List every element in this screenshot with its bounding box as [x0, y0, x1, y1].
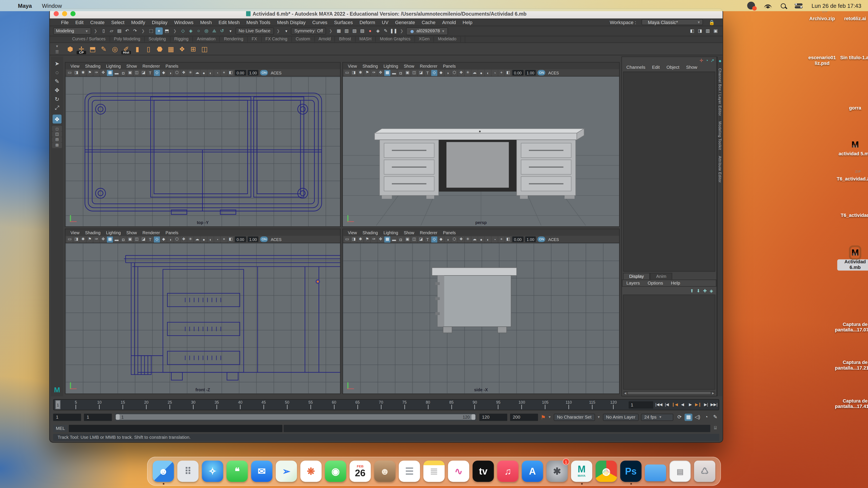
gate-mask-icon[interactable]: ▣ — [404, 70, 410, 76]
shelf-tab[interactable]: Sculpting — [145, 36, 170, 42]
ambient-occlusion-icon[interactable]: ● — [478, 70, 484, 76]
bounding-box-icon[interactable]: ⬡ — [452, 70, 458, 76]
viewport-menu-item[interactable]: Panels — [163, 230, 181, 235]
toggle-attribute-editor-icon[interactable]: ◧ — [688, 27, 696, 35]
desktop-icon-captura-3[interactable]: Captura de pantalla...17.41.58 — [837, 397, 868, 410]
film-gate-icon[interactable]: ▬ — [114, 70, 120, 76]
scale-tool-icon[interactable]: ⤢ — [53, 103, 61, 112]
shelf-tab[interactable]: XGen — [415, 36, 434, 42]
anti-aliasing-icon[interactable]: ◔ — [214, 236, 220, 242]
resolution-gate-icon[interactable]: ◘ — [120, 70, 126, 76]
desktop-icon-gorra-folder[interactable]: gorra — [837, 104, 868, 111]
gamma-field[interactable]: 1.00 — [248, 236, 259, 242]
use-all-lights-icon[interactable]: ✳ — [187, 236, 193, 242]
move-tool-icon[interactable]: ✥ — [53, 86, 61, 94]
set-key-icon[interactable]: ⚑ — [541, 414, 546, 420]
paint-select-tool-icon[interactable]: ✎ — [53, 76, 61, 86]
lock-camera-icon[interactable]: ◨ — [351, 70, 357, 76]
maya-menu-item[interactable]: Help — [459, 19, 476, 25]
safe-action-icon[interactable]: ◪ — [418, 236, 424, 242]
maya-menu-item[interactable]: Arnold — [439, 19, 459, 25]
dock-mail[interactable]: ✉ — [251, 460, 273, 482]
step-back-key-button[interactable]: ❙◀ — [672, 401, 678, 409]
play-forwards-button[interactable]: ▶ — [687, 401, 694, 409]
workspace-dropdown[interactable]: Maya Classic*▼ — [642, 19, 703, 25]
shelf-tab[interactable]: Bifrost — [335, 36, 355, 42]
maya-menu-item[interactable]: Mesh Display — [274, 19, 309, 25]
viewport-top[interactable]: ViewShadingLightingShowRendererPanels ▭◨… — [65, 62, 341, 227]
shelf-gear-icon[interactable]: ☰ — [55, 50, 59, 54]
shelf-tab[interactable]: Custom — [292, 36, 315, 42]
color-management-toggle[interactable]: ON — [537, 236, 545, 242]
viewport-front[interactable]: ViewShadingLightingShowRendererPanels ▭◨… — [65, 229, 341, 394]
wireframe-icon[interactable]: ◇ — [154, 236, 160, 242]
xray-icon[interactable]: ◧ — [505, 70, 511, 76]
safe-action-icon[interactable]: ◪ — [418, 70, 424, 76]
shelf-center-pivot-icon[interactable]: ✛CP — [76, 44, 86, 54]
viewport-menu-item[interactable]: Shading — [82, 230, 103, 235]
color-management-toggle[interactable]: ON — [260, 236, 268, 242]
range-slider[interactable]: 1120 — [115, 413, 476, 421]
use-all-lights-icon[interactable]: ✳ — [465, 70, 471, 76]
pan-zoom-icon[interactable]: ✥ — [378, 236, 384, 242]
maya-menu-item[interactable]: Modify — [128, 19, 148, 25]
viewport-menu-item[interactable]: Renderer — [140, 230, 163, 235]
dock-contacts[interactable]: ☻ — [374, 460, 396, 482]
dock-maps[interactable]: ➢ — [275, 460, 298, 482]
viewport-menu-item[interactable]: Show — [401, 230, 417, 235]
image-plane-icon[interactable]: ✑ — [93, 70, 99, 76]
close-window-button[interactable] — [54, 11, 59, 16]
graph-icon[interactable]: ↗ — [710, 58, 714, 63]
color-management-toggle[interactable]: ON — [537, 70, 545, 75]
layer-new-from-selected-icon[interactable]: ◈ — [710, 288, 713, 293]
shadows-icon[interactable]: ☁ — [471, 236, 477, 242]
viewport-menu-item[interactable]: Shading — [360, 230, 381, 235]
grid-icon[interactable]: ▦ — [384, 70, 391, 76]
layout-single-pane-icon[interactable]: □ — [52, 126, 62, 131]
ipr-render-icon[interactable]: ▧ — [351, 27, 358, 35]
layer-menu-item[interactable]: Options — [644, 281, 667, 286]
dock-freeform[interactable]: ∿ — [447, 460, 470, 482]
camera-attributes-icon[interactable]: ✱ — [358, 236, 364, 242]
animation-end-field[interactable]: 200 — [510, 413, 538, 421]
safe-action-icon[interactable]: ◪ — [141, 236, 147, 242]
shelf-tab[interactable]: Arnold — [315, 36, 335, 42]
shelf-tab[interactable]: Animation — [193, 36, 220, 42]
dock-finder[interactable]: ☻ — [152, 460, 175, 482]
pause-viewport-icon[interactable]: ❚❚ — [390, 27, 397, 35]
maya-menu-item[interactable]: Cache — [418, 19, 439, 25]
viewport-menu-item[interactable]: Lighting — [381, 230, 401, 235]
film-gate-icon[interactable]: ▬ — [391, 70, 397, 76]
shadows-icon[interactable]: ☁ — [194, 70, 200, 76]
viewport-menu-item[interactable]: Show — [401, 64, 417, 69]
shelf-smooth-icon[interactable]: ⊞ — [189, 44, 198, 54]
viewport-menu-item[interactable]: Panels — [440, 230, 459, 235]
toggle-channel-box-icon[interactable]: ▥ — [704, 27, 712, 35]
field-chart-icon[interactable]: ◫ — [134, 236, 140, 242]
viewport-menu-item[interactable]: Renderer — [417, 230, 440, 235]
user-account-dropdown[interactable]: ☻al02926978▼ — [406, 27, 448, 35]
snap-grid-icon[interactable]: ◇ — [179, 27, 187, 35]
maya-menu-item[interactable]: Display — [148, 19, 171, 25]
animation-start-field[interactable]: 1 — [53, 413, 81, 421]
shelf-lattice-icon[interactable]: ◎ — [110, 44, 120, 54]
lasso-tool-icon[interactable]: ◌ — [53, 68, 61, 76]
textured-icon[interactable]: ❖ — [458, 236, 464, 242]
resolution-gate-icon[interactable]: ◘ — [398, 236, 404, 242]
viewport-side-canvas[interactable]: side -X — [343, 243, 619, 393]
dock-photoshop[interactable]: Ps — [620, 460, 642, 482]
dock-music[interactable]: ♫ — [497, 460, 519, 482]
viewport-menu-item[interactable]: Shading — [360, 64, 381, 69]
speed-control-icon[interactable]: ◔ — [706, 58, 708, 63]
bookmark-icon[interactable]: ⚑ — [87, 70, 93, 76]
shelf-tab[interactable]: Poly Modeling — [110, 36, 145, 42]
anim-layer-dropdown[interactable]: No Anim Layer — [602, 413, 639, 421]
lock-camera-icon[interactable]: ◨ — [73, 236, 80, 242]
resolution-gate-icon[interactable]: ◘ — [120, 236, 126, 242]
paint-effects-icon[interactable]: ✎ — [382, 27, 390, 35]
ambient-occlusion-icon[interactable]: ● — [201, 70, 207, 76]
dock-photos[interactable]: ❋ — [300, 460, 322, 482]
control-center-icon[interactable] — [795, 3, 803, 8]
image-plane-icon[interactable]: ✑ — [93, 236, 99, 242]
smooth-shade-icon[interactable]: ◆ — [161, 70, 167, 76]
